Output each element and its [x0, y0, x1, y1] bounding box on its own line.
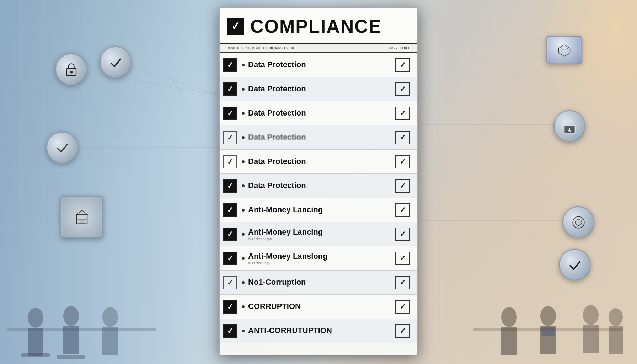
svg-point-25 [501, 307, 517, 327]
row-status-8: ✓ [395, 228, 410, 241]
row-main-text-1: Data Protection [248, 60, 392, 69]
row-main-text-5: Data Protection [248, 157, 392, 166]
row-bullet-6 [242, 184, 245, 187]
row-main-text-9: Anti-Money Lanslong [248, 252, 392, 261]
row-label-1: Data Protection [248, 60, 392, 69]
lock-download-icon-mid-right [553, 110, 585, 142]
row-status-4: ✓ [395, 131, 410, 144]
row-checkmark-11: ✓ [226, 302, 234, 311]
checklist-row: ✓ ANTI-CORRUTUPTION ✓ [220, 319, 417, 343]
row-checkbox-10: ✓ [223, 276, 237, 289]
svg-rect-19 [63, 326, 79, 354]
svg-rect-17 [28, 328, 43, 356]
row-checkbox-12: ✓ [223, 324, 237, 338]
row-label-12: ANTI-CORRUTUPTION [248, 326, 392, 335]
checklist-row: ✓ Data Protection ✓ [220, 150, 417, 174]
compliance-document: ✓ COMPLIANCE REQUIREMENT/REGULATION/PROV… [219, 7, 418, 355]
row-checkbox-3: ✓ [223, 107, 237, 120]
row-checkmark-12: ✓ [226, 326, 234, 336]
row-checkmark-4: ✓ [226, 133, 234, 142]
svg-marker-48 [76, 210, 87, 214]
row-status-3: ✓ [395, 107, 410, 120]
row-status-9: ✓ [395, 252, 410, 265]
row-main-text-12: ANTI-CORRUTUPTION [248, 326, 392, 335]
row-status-7: ✓ [395, 203, 410, 217]
svg-point-30 [583, 305, 599, 325]
svg-rect-23 [57, 355, 85, 359]
status-checkmark-8: ✓ [400, 230, 406, 239]
background-scene: ✓ COMPLIANCE REQUIREMENT/REGULATION/PROV… [0, 0, 637, 364]
row-checkmark-3: ✓ [226, 108, 234, 118]
svg-point-16 [28, 308, 43, 328]
col-compliance-header: COMPLIANCE [375, 47, 410, 50]
svg-point-18 [63, 306, 79, 326]
column-headers: REQUIREMENT/REGULATION/PROVISION COMPLIA… [220, 44, 417, 53]
svg-rect-29 [541, 327, 555, 336]
row-label-8: Anti-Money Lancing tumänkendengm [248, 228, 392, 241]
lock-icon-top-left [55, 53, 87, 85]
row-checkbox-8: ✓ [223, 228, 237, 241]
row-label-4: Data Protection [248, 133, 392, 142]
row-label-5: Data Protection [248, 157, 392, 166]
building-icon-bottom-left [60, 196, 103, 238]
people-right [466, 257, 637, 364]
people-left [0, 257, 171, 364]
row-bullet-10 [242, 281, 245, 284]
status-checkmark-4: ✓ [400, 133, 406, 142]
row-status-1: ✓ [395, 58, 410, 72]
row-label-9: Anti-Money Lanslong olttrmänkegs [248, 252, 392, 265]
row-checkbox-7: ✓ [223, 203, 237, 217]
row-sub-text-9: olttrmänkegs [248, 262, 392, 265]
check-icon-top-left [100, 46, 132, 78]
header-checkbox: ✓ [227, 18, 244, 35]
row-status-5: ✓ [395, 155, 410, 168]
row-checkbox-2: ✓ [223, 82, 237, 96]
svg-rect-33 [609, 326, 623, 354]
status-checkmark-7: ✓ [400, 205, 406, 215]
svg-point-27 [540, 306, 556, 326]
col-requirement-header: REQUIREMENT/REGULATION/PROVISION [227, 47, 375, 50]
row-main-text-8: Anti-Money Lancing [248, 228, 392, 237]
row-bullet-7 [242, 209, 245, 212]
status-checkmark-1: ✓ [400, 60, 406, 70]
row-main-text-11: CORRUPTION [248, 302, 392, 311]
row-main-text-4: Data Protection [248, 133, 392, 142]
svg-point-56 [575, 219, 582, 225]
row-bullet-4 [242, 136, 245, 139]
row-bullet-9 [242, 257, 245, 260]
checklist-row: ✓ Anti-Money Lancing ✓ [220, 198, 417, 222]
check-icon-mid-left [46, 132, 78, 164]
gem-icon-top-right [546, 36, 582, 64]
checklist-row: ✓ Anti-Money Lanslong olttrmänkegs ✓ [220, 246, 417, 271]
svg-rect-21 [102, 327, 118, 355]
row-checkbox-11: ✓ [223, 300, 237, 314]
checklist-row: ✓ Data Protection ✓ [220, 101, 417, 125]
status-checkmark-6: ✓ [400, 181, 406, 191]
row-status-6: ✓ [395, 179, 410, 193]
row-checkmark-1: ✓ [226, 60, 234, 70]
svg-rect-22 [21, 353, 50, 357]
checklist-row: ✓ No1-Corruption ✓ [220, 271, 417, 295]
row-main-text-6: Data Protection [248, 181, 392, 190]
svg-point-20 [102, 307, 118, 327]
row-label-7: Anti-Money Lancing [248, 205, 392, 214]
checklist-row: ✓ CORRUPTION ✓ [220, 295, 417, 319]
row-status-2: ✓ [395, 82, 410, 96]
row-checkbox-6: ✓ [223, 179, 237, 193]
status-checkmark-2: ✓ [400, 85, 406, 94]
row-checkmark-6: ✓ [226, 181, 234, 191]
svg-point-32 [609, 308, 623, 326]
checklist-body: ✓ Data Protection ✓ ✓ Data Protection ✓ … [220, 53, 417, 343]
row-label-11: CORRUPTION [248, 302, 392, 311]
row-checkbox-4: ✓ [223, 131, 237, 144]
row-sub-text-8: tumänkendengm [248, 237, 392, 241]
row-status-12: ✓ [395, 324, 410, 338]
row-checkbox-5: ✓ [223, 155, 237, 168]
status-checkmark-11: ✓ [400, 302, 406, 311]
checklist-row: ✓ Data Protection ✓ [220, 53, 417, 77]
row-main-text-7: Anti-Money Lancing [248, 205, 392, 214]
row-checkmark-2: ✓ [226, 84, 234, 94]
row-label-10: No1-Corruption [248, 278, 392, 287]
row-status-10: ✓ [395, 276, 410, 289]
row-checkmark-5: ✓ [226, 157, 234, 166]
